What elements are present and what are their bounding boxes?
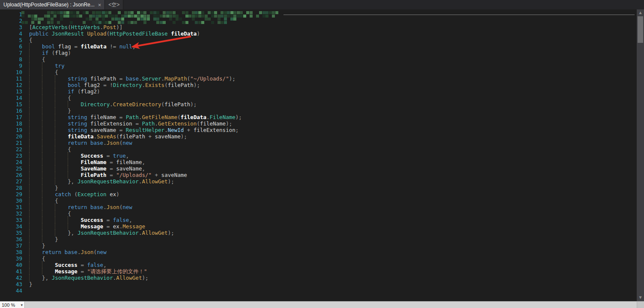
code-line[interactable]: 4public JsonResult Upload(HttpPostedFile…	[0, 30, 644, 37]
code-text: }	[29, 281, 33, 287]
line-number: 19	[0, 127, 22, 133]
code-line[interactable]: 44	[0, 287, 644, 294]
code-line[interactable]: 33 Success = false,	[0, 217, 644, 223]
code-line[interactable]: 2	[0, 18, 644, 24]
code-text: try	[29, 63, 65, 69]
vertical-scrollbar[interactable]: ▲ ▼	[637, 9, 644, 301]
line-number: 2	[0, 18, 22, 24]
chevron-down-icon[interactable]: ▾	[21, 303, 23, 307]
code-line[interactable]: 28 }	[0, 185, 644, 191]
code-line[interactable]: 41 Message = "请选择要上传的文件！"	[0, 268, 644, 275]
line-number: 3	[0, 24, 22, 30]
tab-upload-method[interactable]: Upload(HttpPostedFileBase) : JsonRe... ×	[0, 0, 105, 9]
code-line[interactable]: 17 string fileName = Path.GetFileName(fi…	[0, 114, 644, 120]
code-line[interactable]: 7 if (flag)	[0, 50, 644, 56]
code-line[interactable]: 32 {	[0, 210, 644, 217]
code-text: Success = false,	[29, 217, 132, 223]
code-text: bool flag2 = !Directory.Exists(filePath)…	[29, 82, 200, 88]
line-number: 30	[0, 197, 22, 204]
line-number: 31	[0, 204, 22, 210]
code-line[interactable]: 11 string filePath = base.Server.MapPath…	[0, 75, 644, 82]
code-line[interactable]: 38 return base.Json(new	[0, 249, 644, 255]
code-text: }, JsonRequestBehavior.AllowGet);	[29, 230, 174, 236]
code-line[interactable]: 36 }	[0, 236, 644, 242]
code-line[interactable]: 34 Message = ex.Message	[0, 223, 644, 230]
code-line[interactable]: 29 catch (Exception ex)	[0, 191, 644, 197]
line-number: 27	[0, 178, 22, 185]
scrollbar-corner	[637, 302, 644, 308]
code-text: if (flag2)	[29, 88, 100, 95]
line-number: 24	[0, 159, 22, 165]
code-text: SaveName = saveName,	[29, 165, 145, 172]
code-editor[interactable]: 123[AcceptVerbs(HttpVerbs.Post)]4public …	[0, 9, 644, 301]
code-text: }, JsonRequestBehavior.AllowGet);	[29, 178, 174, 185]
code-text: catch (Exception ex)	[29, 191, 119, 197]
line-number: 39	[0, 255, 22, 262]
tab-empty[interactable]: <空>	[105, 0, 123, 9]
code-line[interactable]: 12 bool flag2 = !Directory.Exists(filePa…	[0, 82, 644, 88]
code-line[interactable]: 14 {	[0, 95, 644, 101]
line-number: 15	[0, 101, 22, 108]
code-text: public JsonResult Upload(HttpPostedFileB…	[29, 30, 200, 37]
code-lines: 123[AcceptVerbs(HttpVerbs.Post)]4public …	[0, 11, 644, 294]
code-line[interactable]: 39 {	[0, 255, 644, 262]
code-line[interactable]: 23 Success = true,	[0, 153, 644, 159]
code-text: }	[29, 108, 71, 114]
code-line[interactable]: 22 {	[0, 146, 644, 153]
horizontal-scrollbar[interactable]	[25, 302, 637, 308]
code-line[interactable]: 9 try	[0, 63, 644, 69]
code-line[interactable]: 13 if (flag2)	[0, 88, 644, 95]
code-line[interactable]: 15 Directory.CreateDirectory(filePath);	[0, 101, 644, 108]
code-line[interactable]: 19 string saveName = ResultHelper.NewId …	[0, 127, 644, 133]
line-number: 4	[0, 30, 22, 37]
zoom-control[interactable]: 100 % ▾	[0, 302, 25, 308]
close-icon[interactable]: ×	[98, 2, 101, 8]
code-line[interactable]: 35 }, JsonRequestBehavior.AllowGet);	[0, 230, 644, 236]
code-text: }	[29, 242, 45, 249]
line-number: 14	[0, 95, 22, 101]
zoom-value: 100 %	[2, 302, 15, 308]
code-line[interactable]: 20 fileData.SaveAs(filePath + saveName);	[0, 133, 644, 140]
code-text: Success = true,	[29, 153, 129, 159]
code-line[interactable]: 30 {	[0, 197, 644, 204]
code-line[interactable]: 6 bool flag = fileData != null;	[0, 43, 644, 50]
code-line[interactable]: 37 }	[0, 242, 644, 249]
line-number: 21	[0, 140, 22, 146]
scroll-down-icon[interactable]: ▼	[637, 295, 644, 301]
scroll-up-icon[interactable]: ▲	[637, 10, 644, 16]
line-number: 22	[0, 146, 22, 153]
line-number: 18	[0, 120, 22, 127]
line-number: 10	[0, 69, 22, 75]
code-line[interactable]: 27 }, JsonRequestBehavior.AllowGet);	[0, 178, 644, 185]
code-text: FilePath = "/Uploads/" + saveName	[29, 172, 187, 178]
code-text: Directory.CreateDirectory(filePath);	[29, 101, 197, 108]
line-number: 8	[0, 56, 22, 63]
code-line[interactable]: 18 string fileExtension = Path.GetExtens…	[0, 120, 644, 127]
scrollbar-thumb[interactable]	[638, 16, 643, 43]
line-number: 33	[0, 217, 22, 223]
line-number: 25	[0, 165, 22, 172]
code-text: {	[29, 95, 71, 101]
line-number: 9	[0, 63, 22, 69]
code-line[interactable]: 10 {	[0, 69, 644, 75]
code-line[interactable]: 5{	[0, 37, 644, 43]
code-text: Message = ex.Message	[29, 223, 145, 230]
line-number: 36	[0, 236, 22, 242]
code-line[interactable]: 24 FileName = fileName,	[0, 159, 644, 165]
code-text: {	[29, 197, 58, 204]
code-line[interactable]: 3[AcceptVerbs(HttpVerbs.Post)]	[0, 24, 644, 30]
code-line[interactable]: 42 }, JsonRequestBehavior.AllowGet);	[0, 275, 644, 281]
code-line[interactable]: 8 {	[0, 56, 644, 63]
code-text: }, JsonRequestBehavior.AllowGet);	[29, 275, 149, 281]
code-line[interactable]: 16 }	[0, 108, 644, 114]
line-number: 16	[0, 108, 22, 114]
code-text: Message = "请选择要上传的文件！"	[29, 268, 147, 275]
code-line[interactable]: 40 Success = false,	[0, 262, 644, 268]
line-number: 34	[0, 223, 22, 230]
line-number: 41	[0, 268, 22, 275]
code-line[interactable]: 26 FilePath = "/Uploads/" + saveName	[0, 172, 644, 178]
code-line[interactable]: 25 SaveName = saveName,	[0, 165, 644, 172]
code-line[interactable]: 21 return base.Json(new	[0, 140, 644, 146]
code-line[interactable]: 31 return base.Json(new	[0, 204, 644, 210]
code-line[interactable]: 43}	[0, 281, 644, 287]
